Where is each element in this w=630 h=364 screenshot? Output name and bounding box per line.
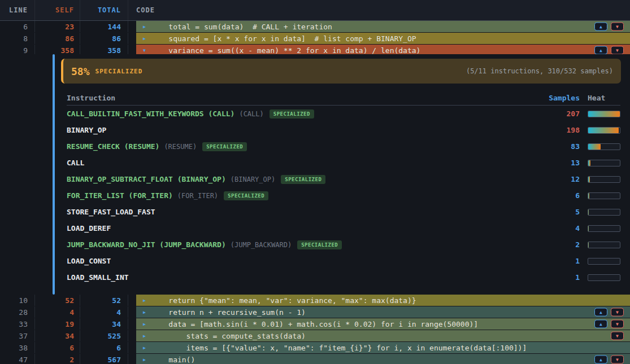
specialization-panel: 58% SPECIALIZED (5/11 instructions, 310/… <box>0 54 630 295</box>
column-header-code: CODE <box>128 0 630 20</box>
total-samples: 86 <box>80 33 128 44</box>
heat-bar <box>588 111 620 117</box>
heat-strip: ▶ return n + recursive_sum(n - 1) ▲ ▼ <box>136 306 630 318</box>
expand-icon[interactable]: ▶ <box>136 345 151 350</box>
code-row-line-8[interactable]: 8 86 86 ▶ squared = [x * x for x in data… <box>0 33 630 45</box>
column-header-instruction: Instruction <box>67 94 115 102</box>
heat-bar <box>588 209 620 216</box>
move-down-button[interactable]: ▼ <box>611 356 624 364</box>
instruction-name: LOAD_CONST <box>67 257 111 265</box>
instruction-row: LOAD_CONST 1 <box>67 253 620 269</box>
heat-bar-fill <box>588 209 589 215</box>
specialized-badge: SPECIALIZED <box>281 175 325 184</box>
heat-bar <box>588 225 620 232</box>
instruction-row: CALL 13 <box>67 155 620 171</box>
instruction-table-header: Instruction Samples Heat <box>67 90 620 106</box>
total-samples: 6 <box>80 342 128 353</box>
heat-bar <box>588 192 620 199</box>
column-header-heat: Heat <box>588 94 620 102</box>
move-down-button[interactable]: ▼ <box>611 23 624 31</box>
column-header-self[interactable]: SELF <box>35 0 80 20</box>
instruction-row: JUMP_BACKWARD_NO_JIT (JUMP_BACKWARD) (JU… <box>67 236 620 253</box>
total-samples: 4 <box>80 306 128 318</box>
code-row-line-38[interactable]: 38 6 6 ▶ items = [{"value": x, "name": f… <box>0 342 630 354</box>
heat-bar <box>588 258 620 265</box>
expand-icon[interactable]: ▶ <box>136 322 151 327</box>
instruction-row: STORE_FAST_LOAD_FAST 5 <box>67 204 620 220</box>
heat-strip: ▶ data = [math.sin(i * 0.01) + math.cos(… <box>136 318 630 330</box>
column-header-samples[interactable]: Samples <box>535 94 580 102</box>
instruction-row: LOAD_SMALL_INT 1 <box>67 269 620 286</box>
code-row-line-47[interactable]: 47 2 567 ▶ main() ▲ ▼ <box>0 354 630 364</box>
line-number: 33 <box>0 318 35 330</box>
instruction-row: CALL_BUILTIN_FAST_WITH_KEYWORDS (CALL) (… <box>67 106 620 122</box>
heat-strip: ▶ items = [{"value": x, "name": f"item_{… <box>136 342 630 353</box>
code-text: stats = compute_stats(data) <box>151 332 306 340</box>
specialized-badge: SPECIALIZED <box>202 142 247 151</box>
code-text: main() <box>151 356 195 364</box>
instruction-name: RESUME_CHECK (RESUME) <box>67 142 159 151</box>
heat-bar <box>588 176 620 183</box>
expand-icon[interactable]: ▶ <box>136 36 151 41</box>
column-header-line: LINE <box>0 0 35 20</box>
move-down-button[interactable]: ▼ <box>611 46 624 55</box>
line-number: 8 <box>0 33 35 44</box>
instruction-row: BINARY_OP_SUBTRACT_FLOAT (BINARY_OP) (BI… <box>67 171 620 187</box>
samples-value: 2 <box>535 240 580 249</box>
move-up-button[interactable]: ▲ <box>594 308 607 317</box>
code-text: data = [math.sin(i * 0.01) + math.cos(i … <box>151 320 478 328</box>
samples-value: 83 <box>535 142 580 151</box>
instruction-name: LOAD_SMALL_INT <box>67 273 129 282</box>
samples-value: 12 <box>535 175 580 183</box>
heat-bar <box>588 242 620 248</box>
expand-icon[interactable]: ▶ <box>136 298 151 303</box>
heat-strip: ▶ return {"mean": mean, "var": variance,… <box>136 295 630 306</box>
specialized-banner: 58% SPECIALIZED (5/11 instructions, 310/… <box>61 59 621 84</box>
instruction-table: Instruction Samples Heat CALL_BUILTIN_FA… <box>67 90 620 286</box>
self-samples: 86 <box>35 33 80 44</box>
column-header-total[interactable]: TOTAL <box>80 0 128 20</box>
move-down-button[interactable]: ▼ <box>611 320 624 328</box>
move-up-button[interactable]: ▲ <box>594 46 607 55</box>
move-down-button[interactable]: ▼ <box>611 332 624 340</box>
heat-bar-fill <box>588 226 589 231</box>
code-row-line-37[interactable]: 37 34 525 ▶ stats = compute_stats(data) … <box>0 330 630 342</box>
move-up-button[interactable]: ▲ <box>594 356 607 364</box>
expand-icon[interactable]: ▶ <box>136 310 151 315</box>
code-row-line-10[interactable]: 10 52 52 ▶ return {"mean": mean, "var": … <box>0 295 630 306</box>
specialized-badge: SPECIALIZED <box>224 191 268 200</box>
code-text: return {"mean": mean, "var": variance, "… <box>151 296 416 305</box>
bottom-code-table: 10 52 52 ▶ return {"mean": mean, "var": … <box>0 295 630 364</box>
samples-value: 4 <box>535 224 580 233</box>
code-row-line-33[interactable]: 33 19 34 ▶ data = [math.sin(i * 0.01) + … <box>0 318 630 330</box>
move-up-button[interactable]: ▲ <box>594 23 607 31</box>
instruction-row: LOAD_DEREF 4 <box>67 220 620 236</box>
collapse-icon[interactable]: ▼ <box>136 48 151 53</box>
heat-strip: ▶ main() ▲ ▼ <box>136 354 630 364</box>
heat-bar-fill <box>588 160 590 166</box>
line-number: 10 <box>0 295 35 306</box>
specialized-label: SPECIALIZED <box>95 68 143 75</box>
self-samples: 4 <box>35 306 80 318</box>
specialized-percent: 58% <box>71 65 90 77</box>
expand-icon[interactable]: ▶ <box>136 24 151 29</box>
instruction-row: RESUME_CHECK (RESUME) (RESUME) SPECIALIZ… <box>67 138 620 155</box>
table-header: LINE SELF TOTAL CODE <box>0 0 630 21</box>
code-row-line-28[interactable]: 28 4 4 ▶ return n + recursive_sum(n - 1)… <box>0 306 630 318</box>
move-up-button[interactable]: ▲ <box>594 320 607 328</box>
move-down-button[interactable]: ▼ <box>611 308 624 317</box>
code-row-line-6[interactable]: 6 23 144 ▶ total = sum(data) # CALL + it… <box>0 21 630 33</box>
code-text: squared = [x * x for x in data] # list c… <box>151 34 416 43</box>
instruction-name: STORE_FAST_LOAD_FAST <box>67 208 155 216</box>
samples-value: 5 <box>535 208 580 216</box>
instruction-name: FOR_ITER_LIST (FOR_ITER) <box>67 191 173 200</box>
expand-icon[interactable]: ▶ <box>136 334 151 339</box>
expand-icon[interactable]: ▶ <box>136 357 151 362</box>
instruction-name: BINARY_OP_SUBTRACT_FLOAT (BINARY_OP) <box>67 175 226 183</box>
heat-bar-fill <box>588 111 620 117</box>
heat-bar <box>588 143 620 150</box>
instruction-row: FOR_ITER_LIST (FOR_ITER) (FOR_ITER) SPEC… <box>67 187 620 204</box>
panel-indent-line <box>53 54 55 295</box>
total-samples: 144 <box>80 21 128 32</box>
code-text: return n + recursive_sum(n - 1) <box>151 308 306 317</box>
